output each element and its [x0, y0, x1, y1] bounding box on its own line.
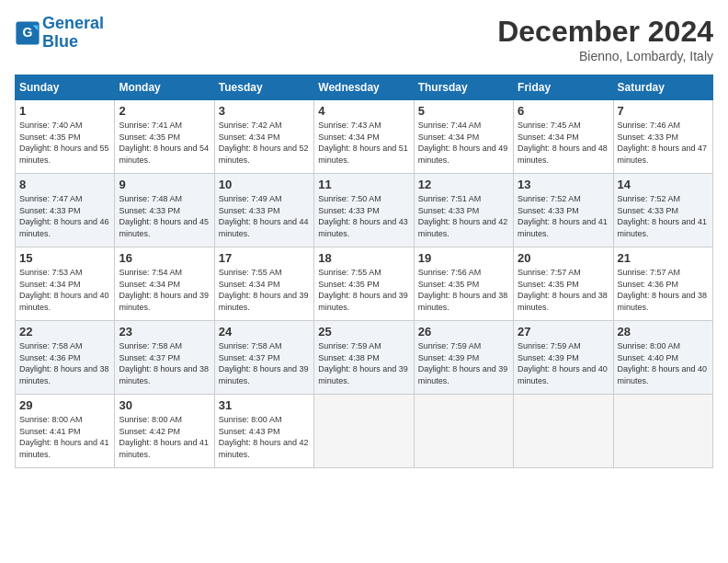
day-number: 13: [518, 178, 609, 191]
day-number: 16: [119, 251, 210, 265]
day-info: Sunrise: 7:45 AMSunset: 4:34 PMDaylight:…: [518, 120, 609, 166]
day-cell-29: 29Sunrise: 8:00 AMSunset: 4:41 PMDayligh…: [16, 395, 115, 468]
day-cell-30: 30Sunrise: 8:00 AMSunset: 4:42 PMDayligh…: [115, 395, 214, 468]
day-cell-28: 28Sunrise: 8:00 AMSunset: 4:40 PMDayligh…: [613, 321, 712, 395]
day-number: 22: [19, 325, 110, 339]
col-header-friday: Friday: [514, 75, 613, 100]
day-number: 12: [418, 178, 509, 191]
day-number: 23: [119, 325, 210, 339]
day-number: 19: [418, 251, 509, 265]
month-title: December 2024: [497, 15, 713, 49]
day-cell-19: 19Sunrise: 7:56 AMSunset: 4:35 PMDayligh…: [414, 247, 513, 321]
logo-line2: Blue: [42, 32, 78, 51]
logo: G General Blue: [15, 15, 104, 52]
day-cell-3: 3Sunrise: 7:42 AMSunset: 4:34 PMDaylight…: [214, 100, 313, 174]
col-header-monday: Monday: [115, 75, 214, 100]
day-number: 27: [518, 325, 609, 339]
day-cell-13: 13Sunrise: 7:52 AMSunset: 4:33 PMDayligh…: [514, 174, 613, 247]
day-number: 18: [318, 251, 409, 265]
day-number: 15: [19, 251, 110, 265]
day-info: Sunrise: 7:51 AMSunset: 4:33 PMDaylight:…: [418, 193, 509, 239]
empty-cell: [514, 395, 613, 468]
empty-cell: [314, 395, 414, 468]
location: Bienno, Lombardy, Italy: [497, 49, 713, 63]
day-info: Sunrise: 7:47 AMSunset: 4:33 PMDaylight:…: [19, 193, 110, 239]
title-block: December 2024 Bienno, Lombardy, Italy: [497, 15, 713, 63]
day-cell-18: 18Sunrise: 7:55 AMSunset: 4:35 PMDayligh…: [314, 247, 414, 321]
day-info: Sunrise: 7:48 AMSunset: 4:33 PMDaylight:…: [119, 193, 210, 239]
col-header-sunday: Sunday: [16, 75, 115, 100]
day-number: 8: [19, 178, 110, 191]
day-cell-4: 4Sunrise: 7:43 AMSunset: 4:34 PMDaylight…: [314, 100, 414, 174]
day-cell-16: 16Sunrise: 7:54 AMSunset: 4:34 PMDayligh…: [115, 247, 214, 321]
week-row-5: 29Sunrise: 8:00 AMSunset: 4:41 PMDayligh…: [16, 395, 713, 468]
day-cell-15: 15Sunrise: 7:53 AMSunset: 4:34 PMDayligh…: [16, 247, 115, 321]
day-cell-26: 26Sunrise: 7:59 AMSunset: 4:39 PMDayligh…: [414, 321, 513, 395]
week-row-4: 22Sunrise: 7:58 AMSunset: 4:36 PMDayligh…: [16, 321, 713, 395]
day-info: Sunrise: 8:00 AMSunset: 4:40 PMDaylight:…: [618, 340, 709, 386]
day-cell-31: 31Sunrise: 8:00 AMSunset: 4:43 PMDayligh…: [214, 395, 313, 468]
day-info: Sunrise: 7:55 AMSunset: 4:35 PMDaylight:…: [318, 267, 409, 313]
day-info: Sunrise: 7:59 AMSunset: 4:38 PMDaylight:…: [318, 340, 409, 386]
svg-text:G: G: [23, 25, 33, 40]
page-header: G General Blue December 2024 Bienno, Lom…: [15, 15, 713, 63]
day-cell-27: 27Sunrise: 7:59 AMSunset: 4:39 PMDayligh…: [514, 321, 613, 395]
day-number: 17: [219, 251, 310, 265]
day-number: 10: [219, 178, 310, 191]
day-number: 3: [219, 104, 310, 118]
day-number: 11: [318, 178, 409, 191]
day-cell-6: 6Sunrise: 7:45 AMSunset: 4:34 PMDaylight…: [514, 100, 613, 174]
day-cell-17: 17Sunrise: 7:55 AMSunset: 4:34 PMDayligh…: [214, 247, 313, 321]
day-cell-9: 9Sunrise: 7:48 AMSunset: 4:33 PMDaylight…: [115, 174, 214, 247]
empty-cell: [613, 395, 712, 468]
col-header-thursday: Thursday: [414, 75, 513, 100]
day-number: 7: [618, 104, 709, 118]
day-cell-10: 10Sunrise: 7:49 AMSunset: 4:33 PMDayligh…: [214, 174, 313, 247]
day-number: 9: [119, 178, 210, 191]
day-cell-23: 23Sunrise: 7:58 AMSunset: 4:37 PMDayligh…: [115, 321, 214, 395]
day-cell-22: 22Sunrise: 7:58 AMSunset: 4:36 PMDayligh…: [16, 321, 115, 395]
day-info: Sunrise: 7:46 AMSunset: 4:33 PMDaylight:…: [618, 120, 709, 166]
col-header-saturday: Saturday: [613, 75, 712, 100]
day-info: Sunrise: 7:58 AMSunset: 4:37 PMDaylight:…: [119, 340, 210, 386]
day-number: 25: [318, 325, 409, 339]
day-number: 28: [618, 325, 709, 339]
col-header-tuesday: Tuesday: [214, 75, 313, 100]
calendar-table: SundayMondayTuesdayWednesdayThursdayFrid…: [15, 75, 713, 468]
day-info: Sunrise: 7:57 AMSunset: 4:35 PMDaylight:…: [518, 267, 609, 313]
day-number: 31: [219, 398, 310, 412]
day-cell-12: 12Sunrise: 7:51 AMSunset: 4:33 PMDayligh…: [414, 174, 513, 247]
day-number: 30: [119, 398, 210, 412]
day-info: Sunrise: 8:00 AMSunset: 4:41 PMDaylight:…: [19, 414, 110, 460]
day-info: Sunrise: 7:58 AMSunset: 4:36 PMDaylight:…: [19, 340, 110, 386]
col-header-wednesday: Wednesday: [314, 75, 414, 100]
week-row-3: 15Sunrise: 7:53 AMSunset: 4:34 PMDayligh…: [16, 247, 713, 321]
day-cell-11: 11Sunrise: 7:50 AMSunset: 4:33 PMDayligh…: [314, 174, 414, 247]
day-number: 4: [318, 104, 409, 118]
week-row-1: 1Sunrise: 7:40 AMSunset: 4:35 PMDaylight…: [16, 100, 713, 174]
day-info: Sunrise: 8:00 AMSunset: 4:42 PMDaylight:…: [119, 414, 210, 460]
day-info: Sunrise: 7:54 AMSunset: 4:34 PMDaylight:…: [119, 267, 210, 313]
header-row: SundayMondayTuesdayWednesdayThursdayFrid…: [16, 75, 713, 100]
day-number: 20: [518, 251, 609, 265]
day-cell-21: 21Sunrise: 7:57 AMSunset: 4:36 PMDayligh…: [613, 247, 712, 321]
logo-icon: G: [15, 20, 40, 46]
day-number: 1: [19, 104, 110, 118]
day-info: Sunrise: 7:44 AMSunset: 4:34 PMDaylight:…: [418, 120, 509, 166]
day-cell-8: 8Sunrise: 7:47 AMSunset: 4:33 PMDaylight…: [16, 174, 115, 247]
day-number: 26: [418, 325, 509, 339]
day-number: 14: [618, 178, 709, 191]
day-info: Sunrise: 7:52 AMSunset: 4:33 PMDaylight:…: [518, 193, 609, 239]
day-number: 2: [119, 104, 210, 118]
day-cell-2: 2Sunrise: 7:41 AMSunset: 4:35 PMDaylight…: [115, 100, 214, 174]
day-number: 21: [618, 251, 709, 265]
day-info: Sunrise: 7:43 AMSunset: 4:34 PMDaylight:…: [318, 120, 409, 166]
day-info: Sunrise: 7:58 AMSunset: 4:37 PMDaylight:…: [219, 340, 310, 386]
day-info: Sunrise: 7:42 AMSunset: 4:34 PMDaylight:…: [219, 120, 310, 166]
day-cell-24: 24Sunrise: 7:58 AMSunset: 4:37 PMDayligh…: [214, 321, 313, 395]
day-info: Sunrise: 7:52 AMSunset: 4:33 PMDaylight:…: [618, 193, 709, 239]
day-info: Sunrise: 7:41 AMSunset: 4:35 PMDaylight:…: [119, 120, 210, 166]
week-row-2: 8Sunrise: 7:47 AMSunset: 4:33 PMDaylight…: [16, 174, 713, 247]
day-info: Sunrise: 7:40 AMSunset: 4:35 PMDaylight:…: [19, 120, 110, 166]
day-cell-7: 7Sunrise: 7:46 AMSunset: 4:33 PMDaylight…: [613, 100, 712, 174]
